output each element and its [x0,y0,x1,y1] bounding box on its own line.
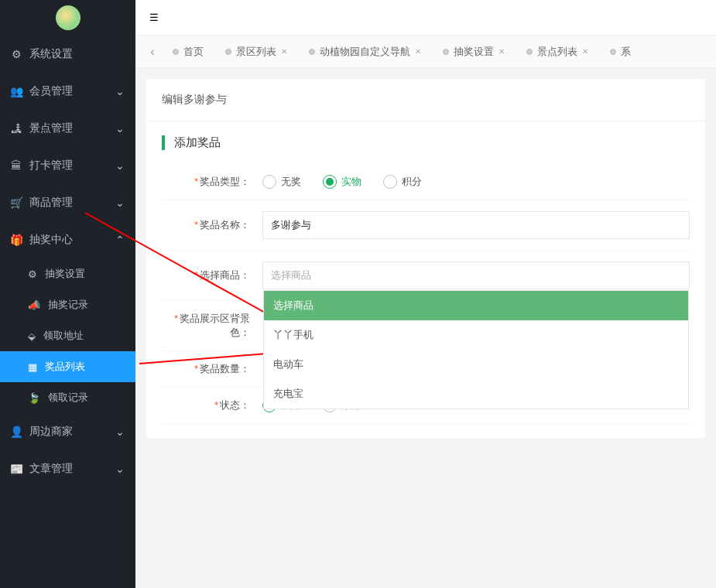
news-icon: 📰 [11,463,22,475]
logo [0,0,135,36]
chevron-down-icon: ⌄ [115,85,125,97]
tab-lottery-settings[interactable]: 抽奖设置 ✕ [432,42,516,62]
radio-physical[interactable]: 实物 [323,175,361,189]
nav-label: 景点管理 [29,121,73,135]
tab-scenic-list-2[interactable]: 景点列表 ✕ [516,42,599,62]
panel: 编辑多谢参与 添加奖品 *奖品类型： 无奖 实物 积分 [146,79,705,438]
nav-goods-management[interactable]: 🛒 商品管理 ⌄ [0,184,135,221]
chevron-down-icon: ⌄ [115,197,125,209]
dot-icon [610,49,616,55]
leaf-icon: 🍃 [28,392,40,404]
radio-label: 实物 [341,175,361,189]
nav-label: 商品管理 [29,196,73,210]
tab-partial[interactable]: 系 [599,42,642,62]
tab-scroll-left[interactable]: ‹ [143,45,162,59]
landscape-icon: 🏞 [11,122,22,135]
tab-label: 景区列表 [236,45,276,59]
logo-image [56,5,81,30]
radio-icon [383,175,397,189]
nav-article-management[interactable]: 📰 文章管理 ⌄ [0,450,135,487]
tab-label: 动植物园自定义导航 [320,45,410,59]
dropdown-option-ebike[interactable]: 电动车 [264,350,688,379]
label-status: *状态： [162,398,262,412]
page-title: 编辑多谢参与 [146,93,705,121]
tab-scenic-list[interactable]: 景区列表 ✕ [214,42,298,62]
nav-system-settings[interactable]: ⚙ 系统设置 [0,36,135,73]
sidebar: ⚙ 系统设置 👥 会员管理 ⌄ 🏞 景点管理 ⌄ 🏛 打卡管理 ⌄ 🛒 商品管理… [0,0,135,588]
label-select-product: *选择商品： [162,268,262,282]
user-icon: 👤 [11,426,22,438]
input-prize-name[interactable] [262,211,690,239]
row-select-product: *选择商品： 选择商品 选择商品 丫丫手机 电动车 充电宝 [162,251,690,301]
select-product[interactable]: 选择商品 选择商品 丫丫手机 电动车 充电宝 [262,262,690,289]
building-icon: 🏛 [11,159,22,172]
dropdown-product: 选择商品 丫丫手机 电动车 充电宝 [263,290,689,409]
nav-checkin-management[interactable]: 🏛 打卡管理 ⌄ [0,147,135,184]
radio-icon [262,175,276,189]
nav-sub-label: 领取记录 [48,391,88,405]
dot-icon [443,49,449,55]
hamburger-icon[interactable]: ☰ [149,12,159,23]
nav-label: 会员管理 [29,84,73,98]
content-area: 编辑多谢参与 添加奖品 *奖品类型： 无奖 实物 积分 [135,68,716,588]
chevron-down-icon: ⌄ [115,159,125,172]
close-icon[interactable]: ✕ [498,47,505,56]
chevron-down-icon: ⌄ [115,426,125,438]
dot-icon [173,49,179,55]
nav-sub-label: 抽奖设置 [45,267,85,281]
dropdown-option-powerbank[interactable]: 充电宝 [264,379,688,409]
dot-icon [225,49,231,55]
nav-sub-label: 抽奖记录 [48,298,88,312]
nav-label: 抽奖中心 [29,233,73,247]
chevron-up-icon: ⌃ [115,234,125,246]
users-icon: 👥 [11,85,22,97]
tab-label: 系 [621,45,631,59]
gear-icon: ⚙ [11,48,22,60]
nav-sub-lottery-settings[interactable]: ⚙ 抽奖设置 [0,258,135,289]
gear-icon: ⚙ [28,268,37,280]
nav-label: 打卡管理 [29,159,73,173]
label-quantity: *奖品数量： [162,362,262,376]
radio-no-prize[interactable]: 无奖 [262,175,301,189]
nav-lottery-center[interactable]: 🎁 抽奖中心 ⌃ [0,221,135,258]
nav-label: 周边商家 [29,425,73,439]
topbar: ☰ [135,0,716,36]
nav-nearby-merchants[interactable]: 👤 周边商家 ⌄ [0,413,135,450]
radio-label: 无奖 [281,175,301,189]
label-prize-type: *奖品类型： [162,175,262,189]
close-icon[interactable]: ✕ [415,47,421,56]
nav-label: 系统设置 [29,47,73,61]
tab-zoo-navigation[interactable]: 动植物园自定义导航 ✕ [298,42,432,62]
tab-home[interactable]: 首页 [162,42,214,62]
close-icon[interactable]: ✕ [281,47,287,56]
close-icon[interactable]: ✕ [582,47,588,56]
row-prize-type: *奖品类型： 无奖 实物 积分 [162,164,690,200]
dot-icon [526,49,533,55]
nav-sub-pickup-address[interactable]: ⬙ 领取地址 [0,320,135,351]
select-placeholder: 选择商品 [271,268,311,282]
nav-label: 文章管理 [29,462,73,476]
section-title: 添加奖品 [162,135,690,150]
nav-member-management[interactable]: 👥 会员管理 ⌄ [0,73,135,110]
nav-sub-claim-records[interactable]: 🍃 领取记录 [0,382,135,413]
tab-label: 抽奖设置 [454,45,494,59]
dot-icon [309,49,315,55]
radio-points[interactable]: 积分 [383,175,422,189]
label-prize-name: *奖品名称： [162,218,262,232]
chevron-down-icon: ⌄ [115,122,125,135]
cart-icon: 🛒 [11,197,22,209]
dropdown-option-yy-phone[interactable]: 丫丫手机 [264,320,688,350]
map-marker-icon: ⬙ [28,330,36,342]
label-bgcolor: *奖品展示区背景色： [162,312,262,340]
nav-scenic-management[interactable]: 🏞 景点管理 ⌄ [0,110,135,147]
chevron-down-icon: ⌄ [115,463,125,475]
dropdown-option-placeholder[interactable]: 选择商品 [264,291,688,320]
nav-sub-prize-list[interactable]: ▦ 奖品列表 [0,351,135,382]
nav-sub-lottery-records[interactable]: 📣 抽奖记录 [0,289,135,320]
tab-label: 首页 [183,45,204,59]
radio-checked-icon [323,175,337,189]
gift-icon: 🎁 [11,234,22,246]
nav-sub-label: 领取地址 [43,329,84,343]
radio-label: 积分 [402,175,422,189]
tabbar: ‹ 首页 景区列表 ✕ 动植物园自定义导航 ✕ 抽奖设置 ✕ 景点列表 ✕ 系 [135,36,716,68]
